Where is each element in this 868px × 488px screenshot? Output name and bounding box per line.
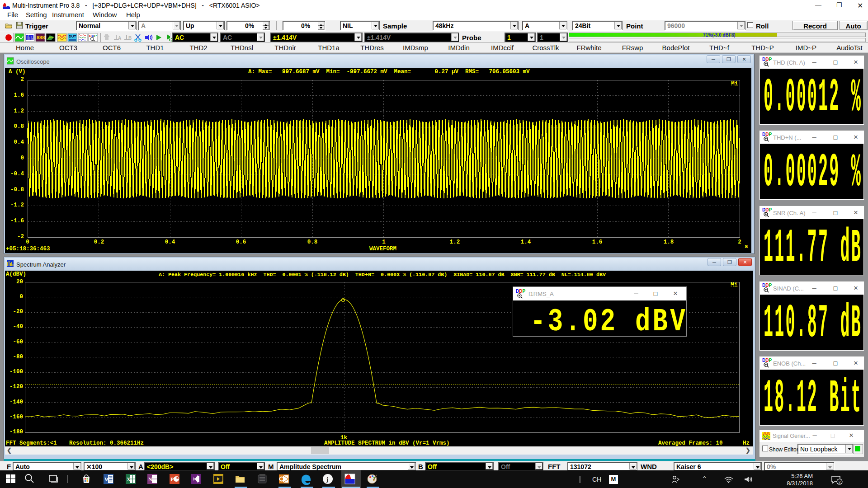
svg-text:DUT: DUT xyxy=(69,34,76,38)
svg-text:N: N xyxy=(148,476,152,483)
svg-text:X: X xyxy=(127,476,131,483)
svg-text:2: 2 xyxy=(839,480,841,484)
svg-text:DDP: DDP xyxy=(762,132,772,137)
svg-text:DDP: DDP xyxy=(762,283,772,288)
svg-text:B: B xyxy=(128,36,132,41)
svg-text:888: 888 xyxy=(37,35,45,40)
svg-text:DDP: DDP xyxy=(762,57,772,62)
svg-text:16: 16 xyxy=(220,480,223,483)
svg-text:A: A xyxy=(118,36,121,41)
svg-text:P: P xyxy=(170,476,174,483)
svg-text:W: W xyxy=(104,476,110,483)
svg-text:j: j xyxy=(326,476,328,483)
svg-text:DDP: DDP xyxy=(516,289,525,294)
svg-text:DDP: DDP xyxy=(762,207,772,212)
svg-text:DDP: DDP xyxy=(762,358,772,363)
